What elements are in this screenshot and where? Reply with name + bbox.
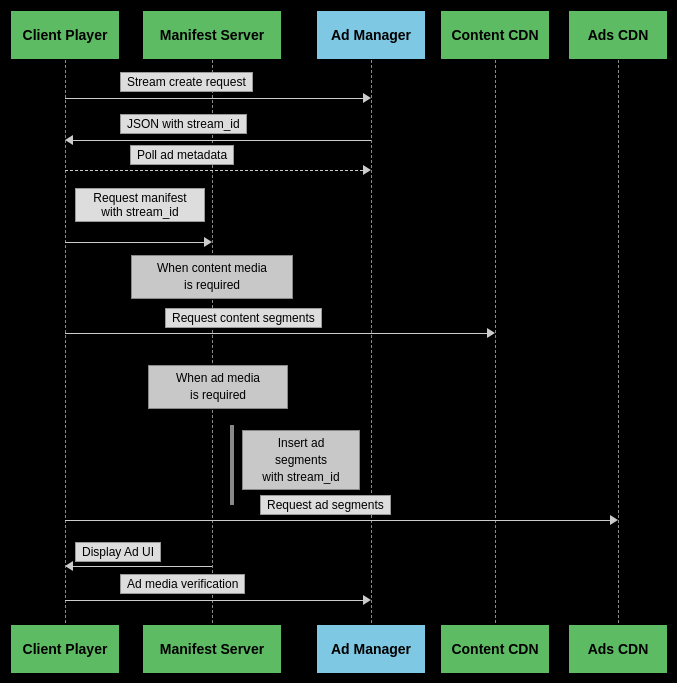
actor-manifest-bottom: Manifest Server [142, 624, 282, 674]
sequence-diagram: Client Player Manifest Server Ad Manager… [0, 0, 677, 683]
bracket-right [232, 425, 234, 505]
label-ad-media-verification: Ad media verification [120, 574, 245, 594]
lifeline-contentcdn [495, 60, 496, 623]
actor-manifest-top: Manifest Server [142, 10, 282, 60]
actor-adscdn-bottom: Ads CDN [568, 624, 668, 674]
actor-client-top: Client Player [10, 10, 120, 60]
actor-admanager-top: Ad Manager [316, 10, 426, 60]
label-request-manifest: Request manifestwith stream_id [75, 188, 205, 222]
actor-contentcdn-bottom: Content CDN [440, 624, 550, 674]
label-poll-ad-metadata: Poll ad metadata [130, 145, 234, 165]
note-insert-ad-segments: Insert adsegmentswith stream_id [242, 430, 360, 490]
msg-request-manifest [65, 232, 212, 252]
actor-admanager-bottom: Ad Manager [316, 624, 426, 674]
actor-client-bottom: Client Player [10, 624, 120, 674]
note-ad-media: When ad mediais required [148, 365, 288, 409]
label-display-ad-ui: Display Ad UI [75, 542, 161, 562]
label-request-content-segments: Request content segments [165, 308, 322, 328]
label-json-streamid: JSON with stream_id [120, 114, 247, 134]
actor-contentcdn-top: Content CDN [440, 10, 550, 60]
note-content-media: When content mediais required [131, 255, 293, 299]
actor-adscdn-top: Ads CDN [568, 10, 668, 60]
label-stream-create: Stream create request [120, 72, 253, 92]
label-request-ad-segments: Request ad segments [260, 495, 391, 515]
lifeline-adscdn [618, 60, 619, 623]
